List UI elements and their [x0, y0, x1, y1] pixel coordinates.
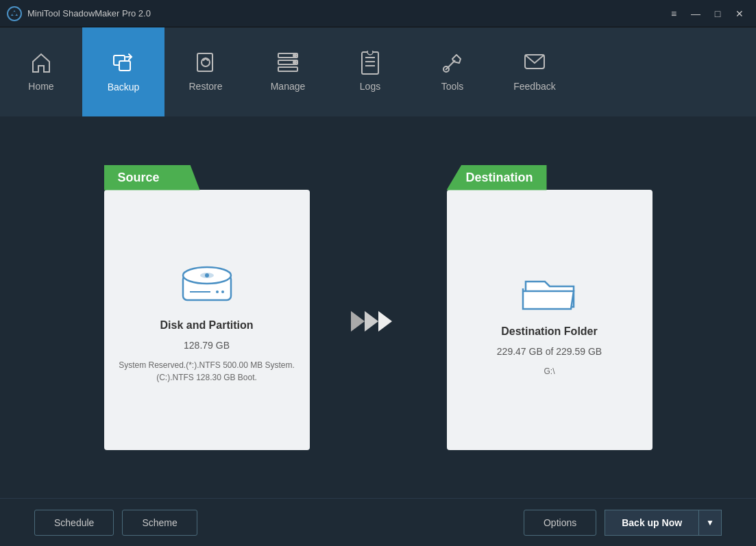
disk-icon [176, 256, 238, 311]
forward-arrows-icon [351, 304, 406, 338]
source-card[interactable]: Disk and Partition 128.79 GB System Rese… [104, 190, 310, 450]
destination-title: Destination Folder [501, 325, 597, 338]
svg-point-5 [202, 58, 210, 66]
footer-left: Schedule Scheme [34, 510, 197, 536]
tools-icon [440, 51, 465, 75]
nav-tools-label: Tools [441, 81, 464, 92]
logs-icon [358, 51, 382, 75]
svg-point-9 [293, 53, 297, 58]
svg-point-1 [12, 12, 16, 16]
close-button[interactable]: ✕ [730, 6, 749, 21]
svg-point-23 [216, 290, 219, 293]
nav-restore-label: Restore [188, 81, 222, 92]
nav-home[interactable]: Home [0, 27, 82, 116]
nav-backup[interactable]: Backup [82, 27, 164, 116]
title-bar-left: MiniTool ShadowMaker Pro 2.0 [7, 6, 151, 21]
title-bar-controls: ≡ — □ ✕ [664, 6, 749, 21]
svg-rect-3 [119, 61, 130, 71]
footer-right: Options Back up Now ▼ [524, 510, 722, 536]
nav-tools[interactable]: Tools [411, 27, 493, 116]
maximize-button[interactable]: □ [708, 6, 727, 21]
schedule-button[interactable]: Schedule [34, 510, 114, 536]
arrow-section [351, 277, 406, 338]
svg-point-10 [293, 60, 297, 64]
nav-backup-label: Backup [108, 82, 140, 92]
manage-icon [276, 51, 300, 75]
backup-icon [111, 51, 136, 76]
destination-label: Destination [447, 165, 547, 190]
destination-path: G:\ [544, 365, 554, 377]
feedback-icon [522, 51, 547, 75]
source-label: Source [104, 165, 200, 190]
destination-space: 229.47 GB of 229.59 GB [497, 346, 602, 357]
destination-section: Destination Destination Folder 229.47 GB… [447, 165, 653, 450]
source-section: Source Disk and Partition 128.79 GB Syst… [104, 165, 310, 450]
nav-feedback[interactable]: Feedback [493, 27, 576, 116]
svg-point-15 [367, 51, 373, 55]
backup-dropdown-button[interactable]: ▼ [699, 510, 722, 536]
footer: Schedule Scheme Options Back up Now ▼ [0, 498, 756, 546]
svg-marker-26 [365, 311, 378, 332]
source-description: System Reserved.(*:).NTFS 500.00 MB Syst… [119, 359, 295, 384]
nav-manage[interactable]: Manage [247, 27, 329, 116]
backup-button-group: Back up Now ▼ [605, 510, 722, 536]
scheme-button[interactable]: Scheme [122, 510, 197, 536]
destination-card[interactable]: Destination Folder 229.47 GB of 229.59 G… [447, 190, 653, 450]
menu-button[interactable]: ≡ [664, 6, 683, 21]
minimize-button[interactable]: — [686, 6, 705, 21]
nav-restore[interactable]: Restore [164, 27, 247, 116]
svg-point-24 [221, 290, 224, 293]
main-content: Source Disk and Partition 128.79 GB Syst… [0, 116, 756, 498]
app-title: MiniTool ShadowMaker Pro 2.0 [27, 8, 151, 18]
nav-feedback-label: Feedback [513, 81, 555, 92]
svg-marker-27 [378, 311, 392, 332]
app-logo-icon [7, 6, 22, 21]
options-button[interactable]: Options [524, 510, 596, 536]
nav-bar: Home Backup Restore Manage [0, 27, 756, 116]
svg-rect-8 [278, 67, 297, 71]
nav-logs[interactable]: Logs [329, 27, 411, 116]
svg-marker-25 [351, 311, 365, 332]
folder-icon [519, 262, 581, 317]
svg-point-21 [205, 273, 209, 277]
source-size: 128.79 GB [184, 340, 230, 351]
svg-rect-11 [362, 52, 378, 74]
home-icon [29, 51, 53, 75]
backup-now-button[interactable]: Back up Now [605, 510, 699, 536]
nav-home-label: Home [28, 81, 53, 92]
nav-logs-label: Logs [360, 81, 380, 92]
nav-manage-label: Manage [271, 81, 306, 92]
restore-icon [193, 51, 218, 75]
title-bar: MiniTool ShadowMaker Pro 2.0 ≡ — □ ✕ [0, 0, 756, 27]
source-title: Disk and Partition [160, 319, 253, 332]
